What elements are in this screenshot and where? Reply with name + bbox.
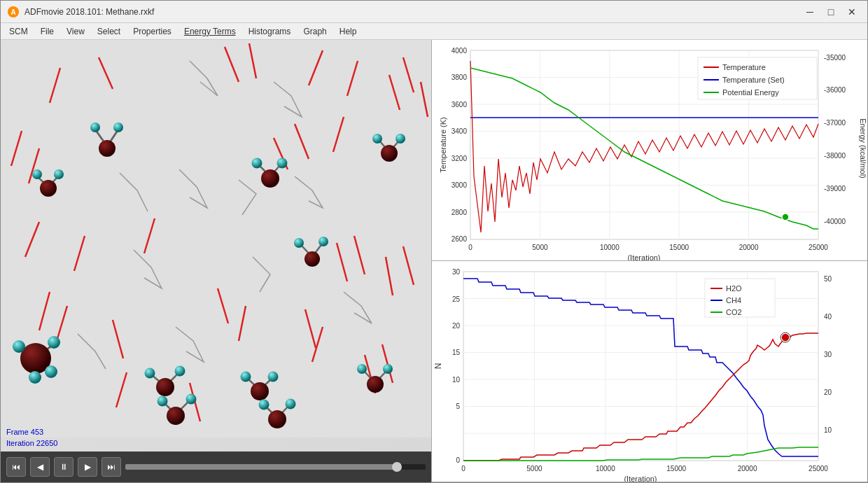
svg-text:0: 0 xyxy=(468,244,472,251)
svg-point-89 xyxy=(268,372,279,382)
svg-text:Temperature (Set): Temperature (Set) xyxy=(722,76,785,84)
svg-point-38 xyxy=(113,122,123,132)
svg-text:25: 25 xyxy=(452,295,461,303)
svg-text:(Iteration): (Iteration) xyxy=(624,475,657,482)
svg-text:30: 30 xyxy=(824,351,832,358)
charts-panel: 0 5000 10000 15000 20000 25000 (Iteratio… xyxy=(431,40,867,482)
svg-text:-40000: -40000 xyxy=(824,218,846,225)
svg-text:50: 50 xyxy=(824,275,832,283)
svg-text:10: 10 xyxy=(452,376,461,384)
svg-point-53 xyxy=(318,237,328,246)
frame-label: Frame 453 xyxy=(6,427,57,438)
window-controls: ─ □ ✕ xyxy=(800,4,862,20)
svg-point-81 xyxy=(367,376,384,393)
step-back-button[interactable]: ◀ xyxy=(30,457,50,477)
progress-thumb xyxy=(392,462,402,472)
menu-graph[interactable]: Graph xyxy=(298,25,332,38)
svg-text:N: N xyxy=(433,363,443,370)
svg-text:15000: 15000 xyxy=(666,465,686,472)
svg-text:10000: 10000 xyxy=(600,244,620,251)
menu-histograms[interactable]: Histograms xyxy=(243,25,297,38)
svg-text:2600: 2600 xyxy=(451,235,468,243)
menu-select[interactable]: Select xyxy=(92,25,126,38)
title-bar: A ADFmovie 2018.101: Methane.rxkf ─ □ ✕ xyxy=(1,1,867,23)
svg-point-70 xyxy=(145,368,155,379)
svg-point-54 xyxy=(294,238,304,248)
svg-point-83 xyxy=(357,364,367,374)
playback-bar: ⏮ ◀ ⏸ ▶ ⏭ xyxy=(1,451,431,482)
menu-bar: SCM File View Select Properties Energy T… xyxy=(1,23,867,40)
progress-bar[interactable] xyxy=(125,464,426,470)
svg-text:Temperature (K): Temperature (K) xyxy=(439,117,447,172)
skip-back-button[interactable]: ⏮ xyxy=(6,457,26,477)
svg-point-73 xyxy=(158,396,168,407)
svg-text:CH4: CH4 xyxy=(726,296,741,304)
iteration-label: Iteration 22650 xyxy=(6,438,57,449)
svg-text:2800: 2800 xyxy=(451,209,468,216)
svg-point-82 xyxy=(383,364,393,374)
svg-text:3400: 3400 xyxy=(451,127,468,135)
svg-text:0: 0 xyxy=(456,456,460,464)
svg-point-88 xyxy=(251,382,269,400)
close-button[interactable]: ✕ xyxy=(842,4,862,20)
svg-text:5000: 5000 xyxy=(532,244,548,251)
svg-point-63 xyxy=(45,365,57,378)
svg-point-60 xyxy=(48,336,60,349)
svg-text:4000: 4000 xyxy=(451,47,468,55)
svg-text:-36000: -36000 xyxy=(824,86,846,94)
svg-text:0: 0 xyxy=(461,465,465,472)
menu-properties[interactable]: Properties xyxy=(127,25,177,38)
skip-forward-button[interactable]: ⏭ xyxy=(102,457,121,477)
menu-energy-terms[interactable]: Energy Terms xyxy=(178,25,241,38)
svg-text:Energy (kcal/mol): Energy (kcal/mol) xyxy=(859,118,867,178)
svg-text:5: 5 xyxy=(456,402,460,410)
svg-point-49 xyxy=(32,169,42,179)
pause-button[interactable]: ⏸ xyxy=(54,457,74,477)
svg-text:3200: 3200 xyxy=(451,155,468,162)
menu-help[interactable]: Help xyxy=(334,25,363,38)
menu-scm[interactable]: SCM xyxy=(4,25,34,38)
svg-text:-35000: -35000 xyxy=(824,54,846,62)
svg-point-90 xyxy=(241,372,251,382)
minimize-button[interactable]: ─ xyxy=(800,4,820,20)
svg-point-152 xyxy=(781,333,790,342)
svg-point-52 xyxy=(304,251,320,267)
svg-point-91 xyxy=(268,410,286,428)
status-bar: Frame 453 Iteration 22650 xyxy=(6,427,57,449)
svg-point-108 xyxy=(782,214,789,220)
svg-rect-2 xyxy=(1,40,431,438)
species-chart-svg: 0 5000 10000 15000 20000 25000 (Iteratio… xyxy=(432,261,867,482)
svg-text:(Iteration): (Iteration) xyxy=(627,253,660,261)
svg-text:3800: 3800 xyxy=(451,74,468,81)
molecule-canvas: Frame 453 Iteration 22650 xyxy=(1,40,431,482)
svg-text:5000: 5000 xyxy=(526,465,542,472)
svg-text:3000: 3000 xyxy=(451,181,468,189)
svg-text:10: 10 xyxy=(824,426,832,434)
svg-text:3600: 3600 xyxy=(451,101,468,108)
svg-text:25000: 25000 xyxy=(808,465,828,472)
svg-text:25000: 25000 xyxy=(808,244,828,251)
main-window: A ADFmovie 2018.101: Methane.rxkf ─ □ ✕ … xyxy=(0,0,868,483)
svg-text:-38000: -38000 xyxy=(824,152,846,160)
app-icon: A xyxy=(6,5,20,19)
svg-text:A: A xyxy=(10,8,15,16)
maximize-button[interactable]: □ xyxy=(821,4,841,20)
molecular-viewer: Frame 453 Iteration 22650 ⏮ ◀ ⏸ ▶ ⏭ xyxy=(1,40,431,482)
menu-view[interactable]: View xyxy=(61,25,90,38)
svg-text:-37000: -37000 xyxy=(824,119,846,127)
menu-file[interactable]: File xyxy=(35,25,59,38)
svg-point-47 xyxy=(40,180,57,197)
svg-text:15: 15 xyxy=(452,349,461,356)
svg-point-39 xyxy=(90,122,100,132)
svg-text:20000: 20000 xyxy=(738,465,757,472)
svg-text:30: 30 xyxy=(452,268,461,276)
svg-text:15000: 15000 xyxy=(669,244,689,251)
svg-text:-39000: -39000 xyxy=(824,185,846,192)
svg-text:20000: 20000 xyxy=(739,244,759,251)
svg-text:Potential Energy: Potential Energy xyxy=(722,88,779,97)
temperature-chart: 0 5000 10000 15000 20000 25000 (Iteratio… xyxy=(432,40,867,261)
svg-point-72 xyxy=(186,394,197,405)
progress-fill xyxy=(125,464,396,470)
svg-point-93 xyxy=(259,400,270,410)
play-button[interactable]: ▶ xyxy=(78,457,97,477)
